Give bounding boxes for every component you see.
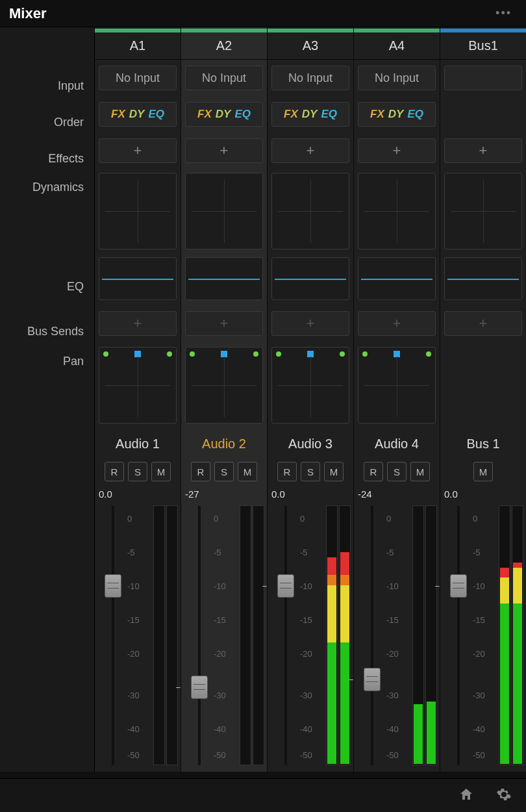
pan-graph[interactable]	[185, 347, 263, 424]
order-button[interactable]: FXDYEQ	[271, 102, 349, 127]
pan-graph[interactable]	[271, 347, 349, 424]
fader-handle[interactable]	[364, 668, 381, 691]
fader-scale-tick: -20	[386, 649, 399, 659]
channel-name[interactable]: Audio 2	[181, 430, 267, 457]
eq-graph[interactable]	[358, 257, 436, 300]
record-arm-button[interactable]: R	[277, 462, 297, 481]
mute-button[interactable]: M	[238, 462, 257, 481]
mute-button[interactable]: M	[410, 462, 430, 481]
channel-Bus1: Bus1++Bus 1M0.0–0-5-10-15-20-30-40-50	[440, 27, 526, 772]
fader-scale-tick: -5	[214, 548, 221, 557]
mute-button[interactable]: M	[473, 462, 493, 481]
fader-handle[interactable]	[191, 676, 208, 699]
fader[interactable]: –0-5-10-15-20-30-40-50	[184, 505, 215, 765]
channel-name[interactable]: Audio 1	[95, 430, 181, 457]
add-bus-send-button[interactable]: +	[185, 311, 263, 336]
record-arm-button[interactable]: R	[191, 462, 210, 481]
channel-header[interactable]: Bus1	[440, 32, 526, 60]
solo-button[interactable]: S	[128, 462, 147, 481]
add-bus-send-button[interactable]: +	[271, 311, 349, 336]
add-bus-send-button[interactable]: +	[99, 311, 177, 336]
fader-scale-tick: -50	[300, 750, 312, 760]
level-meter	[240, 505, 251, 765]
db-readout: 0.0	[99, 488, 112, 500]
dynamics-graph[interactable]	[271, 173, 349, 249]
level-meter	[412, 505, 424, 765]
record-arm-button[interactable]: R	[364, 462, 383, 481]
mute-button[interactable]: M	[151, 462, 171, 481]
order-button[interactable]: FXDYEQ	[99, 102, 177, 127]
fader-scale-tick: -5	[300, 548, 308, 557]
level-meters	[410, 505, 437, 765]
fader[interactable]: –0-5-10-15-20-30-40-50	[97, 505, 129, 765]
channel-A2: A2No InputFXDYEQ++Audio 2RSM-27–0-5-10-1…	[181, 27, 268, 772]
home-icon[interactable]	[458, 787, 474, 805]
fader[interactable]: –0-5-10-15-20-30-40-50	[443, 505, 474, 765]
dynamics-graph[interactable]	[358, 173, 436, 249]
add-bus-send-button[interactable]: +	[358, 311, 436, 336]
dynamics-graph[interactable]	[444, 173, 522, 249]
add-effect-button[interactable]: +	[99, 138, 177, 163]
channel-A3: A3No InputFXDYEQ++Audio 3RSM0.0–0-5-10-1…	[268, 27, 354, 772]
channel-header[interactable]: A3	[268, 32, 353, 60]
gear-icon[interactable]	[496, 787, 512, 805]
label-bussends: Bus Sends	[0, 312, 94, 351]
fader-scale-tick: -15	[473, 615, 485, 625]
fader-scale-tick: -40	[127, 724, 140, 734]
level-meter	[512, 505, 523, 765]
order-button[interactable]: FXDYEQ	[185, 102, 263, 127]
fader-handle[interactable]	[450, 574, 467, 598]
label-input: Input	[0, 68, 94, 104]
solo-button[interactable]: S	[214, 462, 234, 481]
fader-scale-tick: 0	[386, 514, 391, 524]
fader-scale-tick: -20	[473, 649, 485, 659]
fader-scale-tick: -30	[127, 691, 140, 700]
panel-options-icon[interactable]: •••	[490, 4, 517, 23]
order-button[interactable]: FXDYEQ	[358, 102, 436, 127]
eq-graph[interactable]	[185, 257, 263, 300]
eq-graph[interactable]	[99, 257, 177, 300]
fader-scale-tick: -10	[214, 581, 226, 591]
solo-button[interactable]: S	[387, 462, 407, 481]
channel-name[interactable]: Audio 4	[354, 430, 440, 457]
dynamics-graph[interactable]	[99, 173, 177, 249]
channel-header[interactable]: A2	[181, 32, 267, 60]
eq-graph[interactable]	[444, 257, 522, 300]
fader-handle[interactable]	[105, 574, 121, 598]
label-eq: EQ	[0, 261, 94, 312]
fader-handle[interactable]	[277, 574, 294, 598]
dynamics-graph[interactable]	[185, 173, 263, 249]
fader-scale-tick: -15	[214, 615, 226, 625]
eq-graph[interactable]	[271, 257, 349, 300]
record-arm-button[interactable]: R	[105, 462, 124, 481]
fader[interactable]: –0-5-10-15-20-30-40-50	[270, 505, 301, 765]
input-select[interactable]: No Input	[358, 66, 436, 90]
level-meter	[499, 505, 510, 765]
fader-scale-tick: -10	[473, 581, 485, 591]
add-effect-button[interactable]: +	[444, 138, 522, 163]
channel-name[interactable]: Bus 1	[440, 430, 526, 457]
fader-scale-tick: -5	[386, 548, 394, 557]
channel-header[interactable]: A4	[354, 32, 440, 60]
fader-scale-tick: -10	[300, 581, 312, 591]
pan-graph[interactable]	[99, 347, 177, 424]
level-meters	[323, 505, 351, 765]
add-effect-button[interactable]: +	[185, 138, 263, 163]
input-select-empty[interactable]	[444, 66, 522, 90]
solo-button[interactable]: S	[301, 462, 320, 481]
add-effect-button[interactable]: +	[358, 138, 436, 163]
pan-graph[interactable]	[358, 347, 436, 424]
add-bus-send-button[interactable]: +	[444, 311, 522, 336]
input-select[interactable]: No Input	[271, 66, 349, 90]
add-effect-button[interactable]: +	[271, 138, 349, 163]
channel-header[interactable]: A1	[95, 32, 181, 60]
input-select[interactable]: No Input	[185, 66, 263, 90]
input-select[interactable]: No Input	[99, 66, 177, 90]
fader-scale-tick: 0	[473, 514, 477, 524]
fader[interactable]: –0-5-10-15-20-30-40-50	[357, 505, 388, 765]
mute-button[interactable]: M	[324, 462, 344, 481]
fader-scale-tick: -10	[127, 581, 140, 591]
fader-scale-tick: -40	[214, 724, 226, 734]
fader-scale-tick: -30	[300, 691, 312, 700]
channel-name[interactable]: Audio 3	[268, 430, 353, 457]
